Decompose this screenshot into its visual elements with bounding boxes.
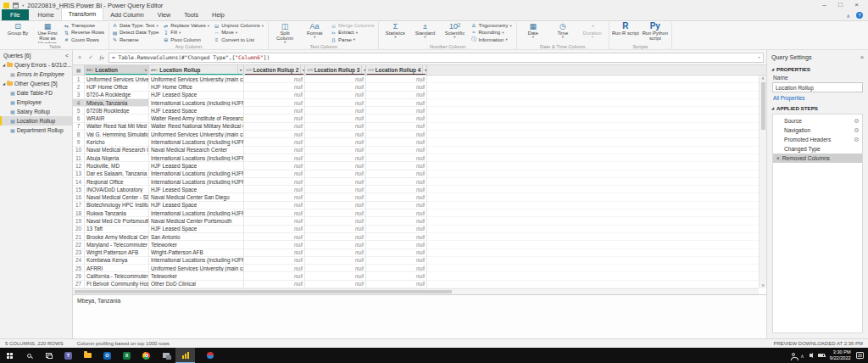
cell-location-rollup[interactable]: Naval Medical Center Portsmouth xyxy=(149,217,244,225)
cell-null[interactable]: null xyxy=(305,226,366,233)
row-number[interactable]: 13 xyxy=(73,170,85,178)
cell-location[interactable]: Maryland - Telecommuter xyxy=(85,241,149,249)
replace-values-button[interactable]: ⇄Replace Values▾ xyxy=(163,22,211,29)
cell-null[interactable]: null xyxy=(366,138,427,146)
cell-null[interactable]: null xyxy=(244,131,305,138)
cell-null[interactable]: null xyxy=(305,281,366,288)
scrollbar-thumb[interactable] xyxy=(761,82,765,130)
cell-null[interactable]: null xyxy=(305,107,366,114)
row-number[interactable]: 17 xyxy=(73,202,85,209)
cell-null[interactable]: null xyxy=(305,99,366,107)
cell-null[interactable]: null xyxy=(366,154,427,162)
row-number[interactable]: 2 xyxy=(73,83,85,91)
cell-null[interactable]: null xyxy=(305,209,366,217)
query-item-errors-in-employee[interactable]: ▦Errors in Employee xyxy=(0,70,72,79)
cell-location-rollup[interactable]: HJF Leased Space xyxy=(149,162,244,170)
formula-expand-icon[interactable]: ▾ xyxy=(754,55,760,59)
applied-step-promoted-headers[interactable]: Promoted Headers xyxy=(773,135,862,144)
tab-add-column[interactable]: Add Column xyxy=(103,9,151,20)
cell-location-rollup[interactable]: HJF Leased Space xyxy=(149,226,244,233)
cell-null[interactable]: null xyxy=(366,233,427,241)
power-bi-icon[interactable] xyxy=(175,348,195,363)
cell-location[interactable]: AFRRI xyxy=(85,265,149,272)
run-python-script-button[interactable]: PyRun Python script xyxy=(642,22,669,43)
cell-null[interactable]: null xyxy=(366,99,427,107)
column-type-icon[interactable]: 123 xyxy=(368,69,374,72)
cell-null[interactable]: null xyxy=(244,265,305,272)
snip-icon[interactable] xyxy=(156,348,175,363)
start-icon[interactable] xyxy=(0,348,19,363)
move-button[interactable]: ↔Move▾ xyxy=(214,29,265,36)
standard-button[interactable]: ±Standard▾ xyxy=(411,22,438,43)
row-number[interactable]: 11 xyxy=(73,154,85,162)
cell-null[interactable]: null xyxy=(244,154,305,162)
formula-cancel-icon[interactable]: × xyxy=(75,54,84,60)
row-number[interactable]: 1 xyxy=(73,75,85,83)
cell-location[interactable]: Naval Medical Center - SD xyxy=(85,193,149,201)
expand-arrow-icon[interactable]: ◢ xyxy=(3,81,5,86)
cell-location[interactable]: Uniformed Services University xyxy=(85,75,149,83)
cell-location[interactable]: HJF Home Office xyxy=(85,83,149,91)
cell-location[interactable]: Naval Med Ctr Portsmouth VA xyxy=(85,217,149,225)
column-type-icon[interactable]: 123 xyxy=(246,69,252,72)
cell-null[interactable]: null xyxy=(366,114,427,122)
battery-icon[interactable] xyxy=(818,354,825,358)
queries-collapse-icon[interactable]: < xyxy=(65,53,69,59)
cell-null[interactable]: null xyxy=(305,123,366,131)
cell-null[interactable]: null xyxy=(366,75,427,83)
reverse-rows-button[interactable]: ⇅Reverse Rows xyxy=(64,29,106,36)
cell-null[interactable]: null xyxy=(305,241,366,249)
cell-null[interactable]: null xyxy=(244,281,305,288)
pivot-column-button[interactable]: ⊞Pivot Column xyxy=(163,36,211,43)
row-number[interactable]: 15 xyxy=(73,186,85,193)
cell-null[interactable]: null xyxy=(366,265,427,272)
cell-null[interactable]: null xyxy=(244,249,305,257)
cell-location-rollup[interactable]: Teleworker xyxy=(149,272,244,280)
cell-null[interactable]: null xyxy=(244,147,305,154)
date-button[interactable]: ▦Date▾ xyxy=(520,22,547,43)
status-profiling-note[interactable]: Column profiling based on top 1000 rows xyxy=(77,341,170,346)
cell-location-rollup[interactable]: Uniformed Services University (main camp… xyxy=(149,265,244,272)
tab-tools[interactable]: Tools xyxy=(177,9,205,20)
count-rows-button[interactable]: #Count Rows xyxy=(64,36,106,43)
fill-button[interactable]: ↧Fill▾ xyxy=(163,29,211,36)
cell-null[interactable]: null xyxy=(366,249,427,257)
time-button[interactable]: ◷Time▾ xyxy=(549,22,576,43)
tab-file[interactable]: File xyxy=(2,9,29,20)
all-properties-link[interactable]: All Properties xyxy=(767,92,868,103)
cell-null[interactable]: null xyxy=(305,92,366,99)
cell-location-rollup[interactable]: International Locations (including HJFMR… xyxy=(149,154,244,162)
cell-location[interactable]: Val G. Hemming Simulation Ctr xyxy=(85,131,149,138)
rename-button[interactable]: ✎Rename xyxy=(112,36,160,43)
row-number[interactable]: 3 xyxy=(73,92,85,99)
cell-null[interactable]: null xyxy=(366,202,427,209)
convert-to-list-button[interactable]: ≡Convert to List xyxy=(214,36,265,43)
column-header-location-rollup-3[interactable]: 123Location Rollup 3▾ xyxy=(305,65,366,75)
cell-location-rollup[interactable]: Walter Reed Army Institute of Research xyxy=(149,114,244,122)
split-column-button[interactable]: ◫Split Column▾ xyxy=(271,22,298,43)
cell-null[interactable]: null xyxy=(366,178,427,186)
cell-location-rollup[interactable]: HJF Leased Space xyxy=(149,186,244,193)
properties-expand-icon[interactable]: ◢ xyxy=(771,67,774,71)
applied-step-removed-columns[interactable]: ×Removed Columns xyxy=(773,154,862,163)
quick-access-dropdown-icon[interactable]: ▾ xyxy=(22,3,24,8)
cell-null[interactable]: null xyxy=(366,147,427,154)
row-number[interactable]: 20 xyxy=(73,226,85,233)
detect-data-type-button[interactable]: ▤Detect Data Type xyxy=(112,29,160,36)
cell-location-rollup[interactable]: Other DoD Clinical xyxy=(149,281,244,288)
cell-null[interactable]: null xyxy=(244,92,305,99)
cell-null[interactable]: null xyxy=(244,202,305,209)
row-number[interactable]: 18 xyxy=(73,209,85,217)
cell-null[interactable]: null xyxy=(366,241,427,249)
format-button[interactable]: AaFormat▾ xyxy=(301,22,328,43)
cell-null[interactable]: null xyxy=(305,193,366,201)
cell-location[interactable]: Brooke Army Medical Center xyxy=(85,233,149,241)
cell-null[interactable]: null xyxy=(305,114,366,122)
scroll-up-icon[interactable]: ∧ xyxy=(761,75,765,81)
tab-help[interactable]: Help xyxy=(205,9,231,20)
cell-location[interactable]: Biotechnology HPC Institute xyxy=(85,202,149,209)
cell-null[interactable]: null xyxy=(244,107,305,114)
row-number[interactable]: 23 xyxy=(73,249,85,257)
column-header-location-rollup-4[interactable]: 123Location Rollup 4▾ xyxy=(366,65,427,75)
row-number[interactable]: 21 xyxy=(73,233,85,241)
